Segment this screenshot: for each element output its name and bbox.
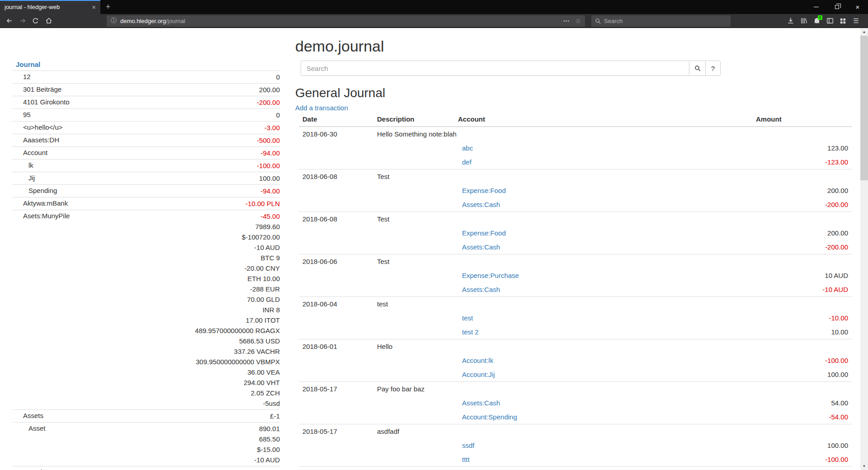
journal-table: Date Description Account Amount 2018-06-… [299,112,852,470]
sidebar-account-link[interactable]: 301 Beiträge [23,85,61,93]
posting-account-link[interactable]: test 2 [462,328,479,336]
posting-row: test-10.00 [299,311,852,325]
account-balance-cell: 0 [120,109,280,122]
sidebar-account-link[interactable]: Aaasets:DH [23,136,59,144]
posting-amount: -100.00 [752,452,852,467]
search-help-button[interactable]: ? [706,61,721,76]
tab-title: journal - hledger-web [5,4,88,10]
home-button[interactable] [42,15,55,27]
window-minimize-button[interactable] [806,0,826,14]
sidebar-account-row: 301 Beiträge200.00 [12,84,280,96]
account-balance: -94.00 [120,148,280,158]
new-tab-button[interactable]: + [100,0,116,14]
site-info-icon[interactable]: ⓘ [111,17,117,25]
sidebar-account-link[interactable]: lk [28,161,33,169]
posting-account-link[interactable]: Account:Jij [462,371,495,378]
sidebar-toggle-button[interactable] [823,15,836,27]
sidebar-account-link[interactable]: 12 [23,73,31,80]
transaction-row[interactable]: 2018-06-04test [299,297,852,311]
journal-search-input[interactable] [301,61,689,76]
posting-account-link[interactable]: Account:Spending [462,413,517,421]
posting-account-link[interactable]: ssdf [462,442,475,449]
transaction-row[interactable]: 2018-06-01Hello [299,339,852,354]
library-button[interactable] [797,15,810,27]
account-balance: 7989.60 [120,221,280,232]
posting-spacer [299,268,454,282]
window-restore-button[interactable] [826,0,847,14]
transaction-row[interactable]: 2018-06-30Hello Something note:blah [299,127,852,141]
transaction-row[interactable]: 2018-05-17Test [299,467,852,470]
scrollbar-up-icon[interactable]: ▲ [860,28,868,36]
browser-tab[interactable]: journal - hledger-web × [0,0,100,14]
posting-account-link[interactable]: abc [462,144,473,152]
sidebar-account-link[interactable]: Asets:MunyPile [23,212,70,220]
posting-spacer [299,353,454,367]
posting-account-link[interactable]: Assets:Cash [462,201,500,208]
menu-button[interactable]: ☰ [849,15,863,27]
browser-search-input[interactable] [604,18,727,24]
scrollbar-down-icon[interactable]: ▼ [860,462,868,470]
downloads-button[interactable] [784,15,797,27]
transaction-description: asdfadf [373,424,852,439]
transaction-row[interactable]: 2018-06-06Test [299,254,852,269]
back-button[interactable] [3,15,16,27]
posting-account-cell: ssdf [454,438,752,452]
page-actions-icon[interactable]: ••• [563,18,570,24]
extension-button[interactable]: 0 [810,15,823,27]
sidebar-account-link[interactable]: Spending [28,187,57,194]
transaction-row[interactable]: 2018-06-08Test [299,212,852,226]
journal-rows: 2018-06-30Hello Something note:blahabc12… [299,127,852,470]
transaction-date: 2018-06-04 [299,297,373,311]
posting-account-link[interactable]: Account:lk [462,357,493,364]
transaction-row[interactable]: 2018-05-17Pay foo bar baz [299,382,852,396]
sidebar-journal-link[interactable]: Journal [16,61,40,68]
sidebar-account-row: 120 [12,71,280,84]
sidebar-account-link[interactable]: 95 [23,111,31,118]
add-transaction-link[interactable]: Add a transaction [295,103,348,112]
posting-account-link[interactable]: Assets:Cash [462,286,500,293]
posting-account-link[interactable]: tttt [462,456,470,463]
posting-account-link[interactable]: Expense:Food [462,187,506,194]
tab-close-icon[interactable]: × [92,4,96,10]
hamburger-icon: ☰ [853,17,859,24]
posting-account-link[interactable]: Assets:Cash [462,399,500,407]
reload-button[interactable] [29,15,42,27]
posting-account-link[interactable]: def [462,158,472,166]
sidebar-account-link[interactable]: Jij [28,174,35,182]
sidebar-account-link[interactable]: <u>hello</u> [23,123,63,131]
vertical-scrollbar[interactable]: ▲ ▼ [860,28,868,470]
account-balance: 309.950000000000 VBMPX [120,357,280,367]
account-balance: 36.00 VEA [120,367,280,377]
forward-button[interactable] [16,15,29,27]
window-controls: × [806,0,868,14]
account-balance: 337.26 VACHR [120,346,280,357]
url-bar[interactable]: ⓘ demo.hledger.org/journal ••• ☆ [107,15,585,27]
apps-grid-button[interactable] [836,15,849,27]
account-balance: $-100720.00 [120,232,280,242]
posting-account-link[interactable]: Expense:Purchase [462,272,519,279]
sidebar-account-link[interactable]: Asset [28,424,46,432]
sidebar-account-link[interactable]: 4101 Girokonto [23,98,70,106]
account-balance: BTC 9 [120,253,280,263]
sidebar-account-link[interactable]: Assets [23,412,43,419]
tab-bar-spacer [116,0,806,14]
posting-spacer [299,282,454,297]
posting-account-link[interactable]: Assets:Cash [462,243,500,251]
posting-row: ssdf100.00 [299,438,852,452]
window-close-button[interactable]: × [847,0,868,14]
transaction-row[interactable]: 2018-06-08Test [299,169,852,184]
posting-account-link[interactable]: Expense:Food [462,229,506,237]
posting-spacer [299,367,454,382]
scrollbar-thumb[interactable] [860,36,868,180]
sidebar-account-link[interactable]: Account [23,149,47,156]
posting-amount: -54.00 [752,410,852,424]
sidebar-account-link[interactable]: Cash [28,468,44,470]
sidebar-account-link[interactable]: Aktywa:mBank [23,199,68,207]
posting-account-cell: test [454,311,752,325]
bookmark-star-icon[interactable]: ☆ [575,17,581,24]
posting-account-link[interactable]: test [462,314,473,322]
browser-search-bar[interactable] [591,15,731,27]
transaction-row[interactable]: 2018-05-17asdfadf [299,424,852,439]
journal-search-button[interactable] [689,61,706,76]
sidebar-account-row: Aktywa:mBank-10.00 PLN [12,197,280,210]
